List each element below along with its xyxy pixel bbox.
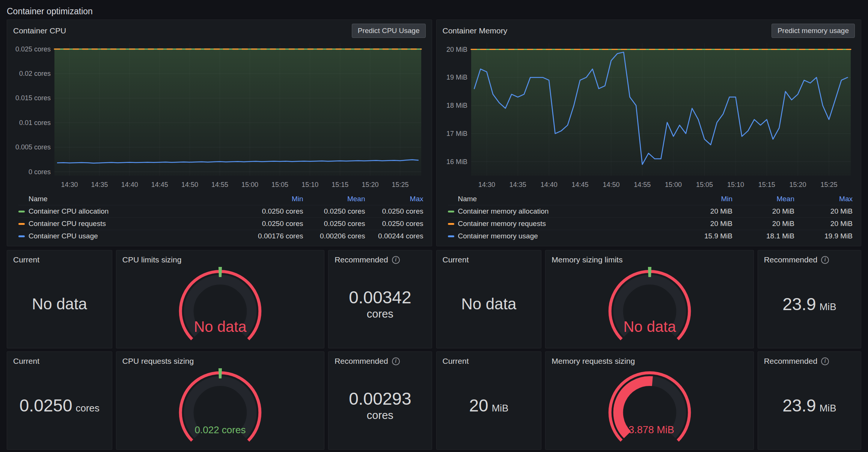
legend-header-min[interactable]: Min <box>241 195 303 203</box>
series-min: 0.00176 cores <box>241 232 303 240</box>
svg-text:15:05: 15:05 <box>271 181 288 188</box>
legend-header-max[interactable]: Max <box>794 195 853 203</box>
cpu-requests-gauge: 0.022 cores <box>116 368 324 449</box>
svg-text:14:45: 14:45 <box>151 181 168 188</box>
series-swatch-orange <box>448 223 454 225</box>
series-name: Container CPU allocation <box>29 207 108 215</box>
page-title: Container optimization <box>7 6 93 17</box>
svg-text:15:10: 15:10 <box>301 181 318 188</box>
svg-text:14:40: 14:40 <box>121 181 138 188</box>
svg-text:14:50: 14:50 <box>181 181 198 188</box>
svg-text:15:10: 15:10 <box>727 181 744 188</box>
cpu-timeseries-chart[interactable]: 14:3014:3514:4014:4514:5014:5515:0015:05… <box>9 39 429 193</box>
svg-text:15:20: 15:20 <box>789 181 806 188</box>
series-min: 0.0250 cores <box>241 220 303 228</box>
svg-text:0.015 cores: 0.015 cores <box>15 94 51 102</box>
info-icon[interactable]: i <box>821 357 829 365</box>
series-name: Container memory allocation <box>458 207 549 215</box>
svg-text:-3.878 MiB: -3.878 MiB <box>625 424 674 435</box>
stat-unit: cores <box>75 402 99 414</box>
series-name: Container memory usage <box>458 232 538 240</box>
stat-unit: MiB <box>820 301 836 313</box>
series-min: 0.0250 cores <box>241 207 303 215</box>
predict-memory-usage-button[interactable]: Predict memory usage <box>772 24 855 38</box>
series-mean: 0.00206 cores <box>303 232 365 240</box>
series-mean: 20 MiB <box>732 220 794 228</box>
memory-legend-header: Name Min Mean Max <box>448 193 853 205</box>
panel-mem-requests-current: Current 20 MiB <box>436 351 542 450</box>
panel-title: Recommended <box>335 357 388 366</box>
panel-title-container-cpu: Container CPU <box>13 26 66 35</box>
stat-value-no-data: No data <box>461 295 516 313</box>
info-icon[interactable]: i <box>392 256 400 264</box>
series-name: Container memory requests <box>458 220 546 228</box>
svg-text:0 cores: 0 cores <box>29 168 51 176</box>
svg-text:15:00: 15:00 <box>665 181 682 188</box>
series-max: 0.0250 cores <box>365 207 423 215</box>
svg-text:No data: No data <box>623 318 676 335</box>
svg-text:0.02 cores: 0.02 cores <box>19 70 51 77</box>
series-mean: 0.0250 cores <box>303 220 365 228</box>
info-icon[interactable]: i <box>821 256 829 264</box>
series-swatch-blue <box>18 235 25 237</box>
stat-value: 0.0250 <box>20 396 72 415</box>
legend-row-cpu-requests: Container CPU requests 0.0250 cores 0.02… <box>18 217 423 230</box>
series-max: 20 MiB <box>794 220 853 228</box>
panel-title: CPU limits sizing <box>122 255 182 264</box>
cpu-limits-gauge: No data <box>116 267 324 348</box>
panel-mem-limits-recommended: Recommendedi 23.9 MiB <box>758 250 861 348</box>
predict-cpu-usage-button[interactable]: Predict CPU Usage <box>352 24 426 38</box>
svg-text:0.022 cores: 0.022 cores <box>195 424 246 435</box>
panel-title: Current <box>13 255 39 264</box>
svg-text:14:45: 14:45 <box>571 181 588 188</box>
info-icon[interactable]: i <box>392 357 400 365</box>
memory-legend: Name Min Mean Max Container memory alloc… <box>437 193 861 246</box>
legend-header-mean[interactable]: Mean <box>303 195 365 203</box>
series-min: 20 MiB <box>671 220 732 228</box>
svg-text:14:50: 14:50 <box>603 181 619 188</box>
panel-container-memory: Container Memory Predict memory usage 14… <box>436 20 862 246</box>
svg-text:14:30: 14:30 <box>61 181 78 188</box>
stat-value-no-data: No data <box>32 295 87 313</box>
svg-text:15:15: 15:15 <box>758 181 775 188</box>
cpu-legend: Name Min Mean Max Container CPU allocati… <box>7 193 432 246</box>
legend-header-mean[interactable]: Mean <box>732 195 794 203</box>
legend-header-min[interactable]: Min <box>671 195 732 203</box>
legend-header-name[interactable]: Name <box>448 195 671 203</box>
panel-title: CPU requests sizing <box>122 357 194 366</box>
svg-text:No data: No data <box>194 318 247 335</box>
stat-value: 23.9 <box>782 396 816 415</box>
series-min: 20 MiB <box>671 207 732 215</box>
stat-unit: MiB <box>492 402 509 414</box>
panel-memory-requests-sizing: Memory requests sizing -3.878 MiB <box>545 351 753 450</box>
stat-unit: MiB <box>820 402 836 414</box>
series-max: 0.00244 cores <box>365 232 423 240</box>
svg-text:15:20: 15:20 <box>362 181 378 188</box>
stat-unit: cores <box>367 409 393 422</box>
svg-text:14:55: 14:55 <box>211 181 228 188</box>
svg-text:15:25: 15:25 <box>820 181 837 188</box>
legend-header-name[interactable]: Name <box>18 195 241 203</box>
memory-timeseries-chart[interactable]: 14:3014:3514:4014:4514:5014:5515:0015:05… <box>439 39 859 193</box>
svg-text:17 MiB: 17 MiB <box>446 130 467 137</box>
panel-mem-limits-current: Current No data <box>436 250 542 348</box>
panel-title: Recommended <box>764 255 817 264</box>
svg-text:0.01 cores: 0.01 cores <box>19 119 51 127</box>
memory-limits-gauge: No data <box>546 267 753 348</box>
panel-cpu-requests-sizing: CPU requests sizing 0.022 cores <box>116 351 324 450</box>
svg-text:0.005 cores: 0.005 cores <box>15 143 51 151</box>
svg-text:15:25: 15:25 <box>392 181 408 188</box>
stat-value: 0.00293 <box>349 389 411 408</box>
series-min: 15.9 MiB <box>671 232 732 240</box>
panel-title: Memory requests sizing <box>552 357 635 366</box>
panel-title: Recommended <box>335 255 388 264</box>
legend-row-cpu-allocation: Container CPU allocation 0.0250 cores 0.… <box>18 205 423 217</box>
panel-title: Current <box>13 357 39 366</box>
dashboard: Container optimization Container CPU Pre… <box>0 0 868 450</box>
legend-header-max[interactable]: Max <box>365 195 423 203</box>
panel-cpu-limits-current: Current No data <box>7 250 112 348</box>
series-mean: 20 MiB <box>732 207 794 215</box>
svg-text:15:00: 15:00 <box>241 181 258 188</box>
cpu-legend-header: Name Min Mean Max <box>18 193 423 205</box>
series-mean: 18.1 MiB <box>732 232 794 240</box>
